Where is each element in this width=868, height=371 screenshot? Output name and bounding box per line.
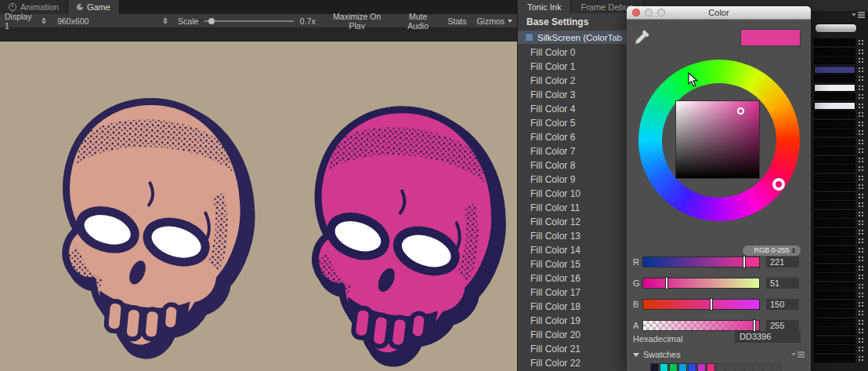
preset-grip-icon[interactable]: [858, 75, 864, 82]
preset-row[interactable]: [814, 120, 868, 128]
preset-grip-icon[interactable]: [858, 38, 864, 46]
slider-value-field[interactable]: 221: [766, 256, 799, 267]
preset-row[interactable]: [814, 237, 868, 245]
preset-row[interactable]: [814, 174, 868, 182]
swatch-cell[interactable]: [763, 363, 772, 371]
preset-row[interactable]: [814, 318, 868, 326]
scale-slider-knob[interactable]: [208, 18, 215, 24]
preset-color-bar[interactable]: [814, 327, 855, 335]
preset-row[interactable]: [814, 291, 868, 299]
preset-grip-icon[interactable]: [858, 318, 864, 326]
preset-color-bar[interactable]: [814, 56, 855, 64]
hue-wheel[interactable]: [638, 60, 800, 221]
eyedropper-icon[interactable]: [633, 29, 650, 46]
preset-row[interactable]: [814, 300, 868, 308]
preset-row[interactable]: [814, 147, 868, 155]
preset-color-bar[interactable]: [814, 201, 855, 209]
preset-color-bar[interactable]: [814, 84, 855, 92]
preset-color-bar[interactable]: [814, 246, 855, 254]
preset-row[interactable]: [814, 165, 868, 173]
preset-row[interactable]: [814, 48, 868, 56]
swatch-cell[interactable]: [744, 363, 753, 371]
preset-row[interactable]: [814, 38, 868, 46]
preset-grip-icon[interactable]: [858, 102, 864, 110]
presets-menu-icon[interactable]: [852, 13, 865, 16]
preset-grip-icon[interactable]: [858, 300, 864, 308]
preset-grip-icon[interactable]: [858, 327, 864, 335]
preset-row[interactable]: [814, 56, 868, 64]
preset-grip-icon[interactable]: [858, 201, 864, 209]
swatch-cell[interactable]: [754, 363, 762, 371]
slider-value-field[interactable]: 255: [766, 320, 799, 331]
swatch-cell[interactable]: [735, 363, 743, 371]
gizmos-dropdown[interactable]: Gizmos: [476, 16, 512, 26]
preset-color-bar[interactable]: [814, 138, 855, 146]
preset-color-bar[interactable]: [814, 309, 855, 317]
preset-color-bar[interactable]: [814, 111, 855, 118]
mute-audio-button[interactable]: Mute Audio: [399, 12, 438, 31]
preset-row[interactable]: [814, 273, 868, 281]
preset-row[interactable]: [814, 219, 868, 227]
swatch-cell[interactable]: [707, 363, 715, 371]
swatch-cell[interactable]: [660, 363, 668, 371]
preset-color-bar[interactable]: [814, 75, 855, 82]
preset-color-bar[interactable]: [814, 318, 855, 326]
preset-color-bar[interactable]: [814, 300, 855, 308]
preset-grip-icon[interactable]: [858, 183, 864, 191]
preset-row[interactable]: [814, 345, 868, 353]
preset-grip-icon[interactable]: [858, 282, 864, 290]
preset-grip-icon[interactable]: [858, 138, 864, 146]
swatch-cell[interactable]: [688, 363, 696, 371]
swatch-cell[interactable]: [678, 363, 687, 371]
preset-row[interactable]: [814, 228, 868, 236]
preset-row[interactable]: [814, 192, 868, 200]
preset-grip-icon[interactable]: [858, 237, 864, 245]
scale-slider[interactable]: [204, 16, 294, 26]
preset-row[interactable]: [814, 111, 868, 118]
traffic-light[interactable]: [645, 9, 653, 16]
swatch-cell[interactable]: [725, 363, 734, 371]
preset-grip-icon[interactable]: [858, 48, 864, 56]
swatch-cell[interactable]: [697, 363, 706, 371]
color-mode-dropdown[interactable]: RGB 0-255: [743, 246, 801, 256]
preset-grip-icon[interactable]: [858, 228, 864, 236]
preset-color-bar[interactable]: [814, 336, 855, 344]
current-color-swatch[interactable]: [740, 29, 801, 46]
slider-value-field[interactable]: 150: [766, 299, 799, 310]
preset-color-bar[interactable]: [814, 38, 855, 46]
swatch-cell[interactable]: [650, 363, 659, 371]
display-dropdown[interactable]: Display 1: [5, 12, 46, 31]
preset-grip-icon[interactable]: [858, 336, 864, 344]
traffic-light[interactable]: [632, 9, 640, 16]
swatches-foldout[interactable]: Swatches: [633, 350, 681, 359]
preset-row[interactable]: [814, 210, 868, 218]
preset-row[interactable]: [814, 309, 868, 317]
preset-value-slider[interactable]: [815, 24, 857, 33]
preset-color-bar[interactable]: [814, 237, 855, 245]
preset-color-bar[interactable]: [814, 219, 855, 227]
maximize-on-play-button[interactable]: Maximize On Play: [326, 12, 389, 31]
preset-grip-icon[interactable]: [858, 147, 864, 155]
preset-color-bar[interactable]: [814, 156, 855, 164]
preset-grip-icon[interactable]: [858, 219, 864, 227]
preset-row[interactable]: [814, 201, 868, 209]
preset-grip-icon[interactable]: [858, 192, 864, 200]
swatch-cell[interactable]: [716, 363, 725, 371]
preset-grip-icon[interactable]: [858, 129, 864, 136]
preset-grip-icon[interactable]: [858, 210, 864, 218]
preset-grip-icon[interactable]: [858, 355, 864, 362]
preset-color-bar[interactable]: [814, 129, 855, 136]
preset-grip-icon[interactable]: [858, 120, 864, 128]
resolution-dropdown[interactable]: 960x600: [57, 16, 168, 26]
preset-grip-icon[interactable]: [858, 156, 864, 164]
window-titlebar[interactable]: Color: [627, 6, 811, 20]
preset-grip-icon[interactable]: [858, 174, 864, 182]
preset-row[interactable]: [814, 138, 868, 146]
slider-handle[interactable]: [665, 277, 668, 289]
preset-grip-icon[interactable]: [858, 84, 864, 92]
preset-row[interactable]: [814, 93, 868, 100]
slider-handle[interactable]: [710, 298, 713, 311]
preset-row[interactable]: [814, 129, 868, 136]
preset-grip-icon[interactable]: [858, 273, 864, 281]
preset-grip-icon[interactable]: [858, 66, 864, 74]
